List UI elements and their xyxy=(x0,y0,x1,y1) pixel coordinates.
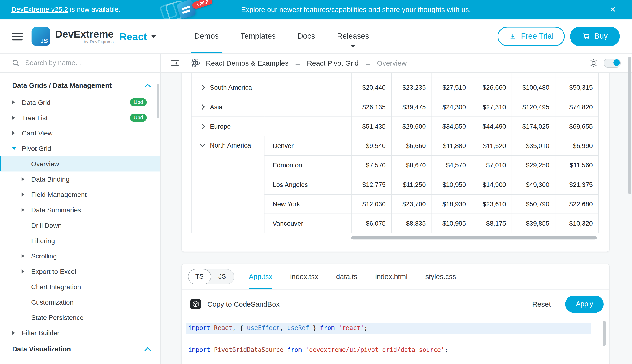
sidebar-item-drill-down[interactable]: Drill Down xyxy=(0,218,160,233)
banner-message-pre: Explore our newest features/capabilities… xyxy=(241,6,382,14)
header-actions: Free Trial Buy xyxy=(498,27,620,46)
page: DevExtreme v25.2 is now available. V25.2… xyxy=(0,0,632,364)
chevron-up-icon xyxy=(144,83,151,90)
sidebar-item-export-to-excel[interactable]: Export to Excel xyxy=(0,264,160,279)
value-cell: $174,025 xyxy=(512,116,555,136)
value-cell: $12,775 xyxy=(351,175,392,194)
sidebar-item-overview[interactable]: Overview xyxy=(0,156,160,172)
region-cell-asia[interactable]: Asia xyxy=(191,97,351,116)
truncated-cell xyxy=(392,73,432,78)
share-your-thoughts-link[interactable]: share your thoughts xyxy=(382,6,445,14)
sidebar-item-scrolling[interactable]: Scrolling xyxy=(0,248,160,264)
brand-block[interactable]: DevExtreme by DevExpress xyxy=(55,29,114,44)
value-cell: $39,855 xyxy=(512,214,555,233)
nav-docs[interactable]: Docs xyxy=(287,19,326,53)
sidebar-item-state-persistence[interactable]: State Persistence xyxy=(0,310,160,325)
value-cell: $39,475 xyxy=(392,97,432,116)
chevron-collapsed-icon[interactable] xyxy=(200,85,205,90)
nav-templates[interactable]: Templates xyxy=(230,19,287,53)
code-scrollbar[interactable] xyxy=(603,321,606,346)
sidebar-item-field-management[interactable]: Field Management xyxy=(0,187,160,202)
sidebar-list: Data Grids / Data ManagementData GridUpd… xyxy=(0,73,160,358)
breadcrumb-react-demos-examples[interactable]: React Demos & Examples xyxy=(206,59,289,67)
region-cell-south-america[interactable]: South America xyxy=(191,78,351,97)
codesandbox-icon xyxy=(190,299,201,310)
item-label: Pivot Grid xyxy=(22,145,51,152)
region-cell-europe[interactable]: Europe xyxy=(191,116,351,136)
sidebar-item-data-summaries[interactable]: Data Summaries xyxy=(0,202,160,218)
value-cell: $35,010 xyxy=(512,136,555,156)
reset-button[interactable]: Reset xyxy=(532,300,551,308)
buy-button[interactable]: Buy xyxy=(570,27,620,46)
item-label: Field Management xyxy=(31,191,87,198)
section-header-data-visualization[interactable]: Data Visualization xyxy=(0,341,160,358)
framework-selector[interactable]: React xyxy=(119,30,156,42)
chevron-expanded-icon[interactable] xyxy=(200,142,205,147)
free-trial-button[interactable]: Free Trial xyxy=(498,27,565,46)
lang-ts-toggle[interactable]: TS xyxy=(188,269,211,284)
banner-version-link[interactable]: DevExtreme v25.2 xyxy=(11,6,68,14)
file-tab-index-tsx[interactable]: index.tsx xyxy=(290,264,318,289)
theme-toggle[interactable] xyxy=(604,58,621,68)
section-title: Data Grids / Data Management xyxy=(12,82,145,90)
value-cell: $8,175 xyxy=(472,214,512,233)
page-scrollbar[interactable] xyxy=(628,57,631,194)
close-icon[interactable]: ✕ xyxy=(610,0,616,19)
breadcrumb-react-pivot-grid[interactable]: React Pivot Grid xyxy=(307,59,358,67)
chevron-collapsed-icon[interactable] xyxy=(200,104,205,109)
sidebar-item-pivot-grid[interactable]: Pivot Grid xyxy=(0,141,160,156)
lang-js-toggle[interactable]: JS xyxy=(210,269,234,284)
sidebar-item-filter-builder[interactable]: Filter Builder xyxy=(0,325,160,341)
item-label: Customization xyxy=(31,298,74,306)
code-editor[interactable]: import React, { useEffect, useRef } from… xyxy=(181,319,609,364)
value-cell: $8,835 xyxy=(392,214,432,233)
sidebar-item-customization[interactable]: Customization xyxy=(0,294,160,310)
nav-demos[interactable]: Demos xyxy=(183,19,230,53)
value-cell: $27,510 xyxy=(432,78,472,97)
sidebar-item-filtering[interactable]: Filtering xyxy=(0,233,160,248)
chevron-collapsed-icon[interactable] xyxy=(200,124,205,129)
file-tab-data-ts[interactable]: data.ts xyxy=(336,264,357,289)
value-cell: $11,250 xyxy=(392,175,432,194)
file-tab-index-html[interactable]: index.html xyxy=(375,264,407,289)
breadcrumb-bar: React Demos & Examples→React Pivot Grid→… xyxy=(161,54,632,73)
main-area: React Demos & Examples→React Pivot Grid→… xyxy=(161,54,632,364)
pivot-grid: South America$20,440$23,235$27,510$26,66… xyxy=(191,73,599,233)
value-cell: $24,300 xyxy=(432,97,472,116)
apply-button[interactable]: Apply xyxy=(565,296,604,312)
sidebar-item-card-view[interactable]: Card View xyxy=(0,125,160,141)
pivot-row-europe: Europe$51,435$29,600$34,550$44,490$174,0… xyxy=(191,116,599,136)
nav-releases[interactable]: Releases xyxy=(326,19,380,53)
truncated-cell xyxy=(432,73,472,78)
horizontal-scrollbar[interactable] xyxy=(351,236,597,240)
chevron-collapsed-icon xyxy=(12,116,19,120)
value-cell: $34,550 xyxy=(432,116,472,136)
chevron-down-icon xyxy=(351,45,355,50)
section-header-data-grids-data-management[interactable]: Data Grids / Data Management xyxy=(0,77,160,95)
download-icon xyxy=(509,32,517,40)
sidebar-item-tree-list[interactable]: Tree ListUpd xyxy=(0,110,160,125)
sidebar-item-chart-integration[interactable]: Chart Integration xyxy=(0,279,160,294)
copy-to-codesandbox-button[interactable]: Copy to CodeSandBox xyxy=(190,299,280,310)
search-box xyxy=(0,54,160,73)
sidebar-scrollbar[interactable] xyxy=(157,84,159,118)
sidebar-item-data-binding[interactable]: Data Binding xyxy=(0,172,160,187)
item-label: Filter Builder xyxy=(22,329,60,337)
main-nav: DemosTemplatesDocsReleases xyxy=(183,19,380,53)
chevron-collapsed-icon xyxy=(22,254,28,258)
brand-subtitle: by DevExpress xyxy=(84,39,114,44)
region-cell-north-america[interactable]: North America xyxy=(191,136,265,233)
value-cell: $6,075 xyxy=(351,214,392,233)
search-input[interactable] xyxy=(24,58,139,68)
file-tab-app-tsx[interactable]: App.tsx xyxy=(249,264,272,289)
hamburger-menu-icon[interactable] xyxy=(12,30,23,42)
file-tab-styles-css[interactable]: styles.css xyxy=(425,264,456,289)
sidebar-item-data-grid[interactable]: Data GridUpd xyxy=(0,95,160,110)
value-cell: $20,440 xyxy=(351,78,392,97)
site-header: JS DevExtreme by DevExpress React DemosT… xyxy=(0,19,632,54)
file-tabs: App.tsxindex.tsxdata.tsindex.htmlstyles.… xyxy=(249,264,474,289)
devextreme-js-logo[interactable]: JS xyxy=(32,27,50,46)
chevron-collapsed-icon xyxy=(22,192,28,197)
truncated-cell xyxy=(555,73,598,78)
collapse-sidebar-icon[interactable] xyxy=(171,60,179,66)
